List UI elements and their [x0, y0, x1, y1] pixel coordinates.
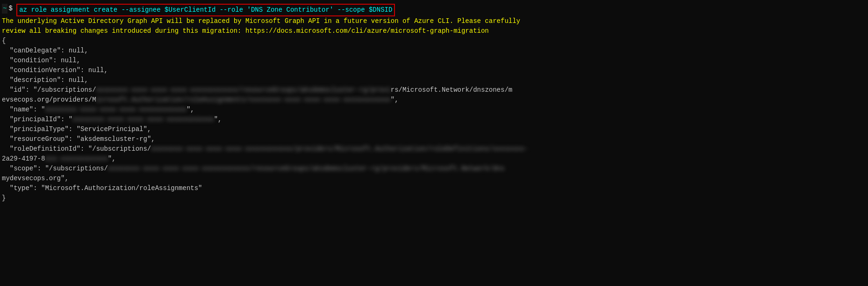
json-indent [2, 66, 10, 75]
json-key-condition: "condition" [10, 56, 53, 66]
json-field-scope-cont: mydevsecops.org", [2, 174, 866, 183]
prompt-dollar: $ [8, 4, 12, 14]
warning-line-2: review all breaking changes introduced d… [2, 26, 866, 36]
terminal-window: ~$ az role assignment create --assignee … [0, 0, 868, 286]
json-val-canDelegate: null, [69, 46, 88, 56]
json-key-principalType: "principalType" [10, 125, 69, 134]
json-val-name-blurred: xxxxxxxx-xxxx-xxxx-xxxx-xxxxxxxxxxxx [45, 105, 186, 115]
json-field-name: "name": "xxxxxxxx-xxxx-xxxx-xxxx-xxxxxxx… [2, 105, 866, 115]
json-indent [2, 125, 10, 134]
json-field-roleDefId-cont: 2a29-4197-8xxx-xxxxxxxxxxxx", [2, 154, 866, 164]
json-close-brace: } [2, 193, 866, 203]
scope-cont: mydevsecops.org", [2, 174, 69, 183]
json-field-principalId: "principalId": "xxxxxxxx-xxxx-xxxx-xxxx-… [2, 115, 866, 125]
json-field-canDelegate: "canDelegate": null, [2, 46, 866, 56]
json-val-id-cont-blurred: icrosoft.Authorization/roleAssignments/x… [96, 95, 391, 105]
json-indent [2, 115, 10, 125]
json-val-description: null, [69, 75, 88, 85]
json-val-roleDefId-blurred: xxxxxxxx-xxxx-xxxx-xxxx-xxxxxxxxxxxx/pro… [151, 144, 528, 154]
json-field-condition: "condition": null, [2, 56, 866, 66]
json-key-type: "type" [10, 183, 33, 193]
json-key-canDelegate: "canDelegate" [10, 46, 61, 56]
json-indent [2, 56, 10, 66]
json-key-conditionVersion: "conditionVersion" [10, 66, 80, 75]
id-cont-start: evsecops.org/providers/M [2, 95, 96, 105]
json-field-roleDefId: "roleDefinitionId": "/subscriptions/xxxx… [2, 144, 866, 154]
json-field-type: "type": "Microsoft.Authorization/roleAss… [2, 183, 866, 193]
json-field-scope: "scope": "/subscriptions/xxxxxxxx-xxxx-x… [2, 164, 866, 174]
json-val-id-blurred: xxxxxxxx-xxxx-xxxx-xxxx-xxxxxxxxxxxx/res… [96, 85, 391, 95]
json-val-principalId-blurred: xxxxxxxx-xxxx-xxxx-xxxx-xxxxxxxxxxxx [72, 115, 214, 125]
json-field-description: "description": null, [2, 75, 866, 85]
json-indent [2, 183, 10, 193]
command-text: az role assignment create --assignee $Us… [16, 4, 395, 16]
json-key-scope: "scope" [10, 164, 37, 174]
warning-text-1: The underlying Active Directory Graph AP… [2, 16, 520, 26]
json-indent [2, 85, 10, 95]
json-val-roleDefId-cont-blurred: xxx-xxxxxxxxxxxx [45, 154, 108, 164]
json-field-id-cont: evsecops.org/providers/Microsoft.Authori… [2, 95, 866, 105]
json-key-resourceGroup: "resourceGroup" [10, 134, 69, 144]
json-val-condition: null, [61, 56, 80, 66]
json-key-name: "name" [10, 105, 33, 115]
command-line: ~$ az role assignment create --assignee … [2, 4, 866, 16]
json-val-principalType: "ServicePrincipal", [77, 125, 151, 134]
json-open-brace: { [2, 36, 866, 46]
json-val-type: "Microsoft.Authorization/roleAssignments… [41, 183, 202, 193]
json-key-description: "description" [10, 75, 61, 85]
json-field-conditionVersion: "conditionVersion": null, [2, 66, 866, 75]
json-val-conditionVersion: null, [88, 66, 108, 75]
warning-text-2: r [2, 26, 6, 36]
roleDefId-cont-start: 2a29-4197-8 [2, 154, 45, 164]
json-field-principalType: "principalType": "ServicePrincipal", [2, 125, 866, 134]
json-key-principalId: "principalId" [10, 115, 61, 125]
json-key-id: "id" [10, 85, 26, 95]
open-brace: { [2, 36, 6, 46]
json-indent [2, 134, 10, 144]
json-indent [2, 105, 10, 115]
json-val-resourceGroup: "aksdemscluster-rg", [77, 134, 155, 144]
prompt-label: ~ [2, 4, 7, 14]
json-val-scope-blurred: xxxxxxxx-xxxx-xxxx-xxxx-xxxxxxxxxxxx/res… [108, 164, 505, 174]
json-indent [2, 75, 10, 85]
json-indent [2, 144, 10, 154]
close-brace: } [2, 193, 6, 203]
json-field-id: "id": "/subscriptions/xxxxxxxx-xxxx-xxxx… [2, 85, 866, 95]
json-field-resourceGroup: "resourceGroup": "aksdemscluster-rg", [2, 134, 866, 144]
json-indent [2, 46, 10, 56]
warning-line-1: The underlying Active Directory Graph AP… [2, 16, 866, 26]
json-indent [2, 164, 10, 174]
json-key-roleDefId: "roleDefinitionId" [10, 144, 80, 154]
warning-text-2b: eview all breaking changes introduced du… [6, 26, 488, 36]
